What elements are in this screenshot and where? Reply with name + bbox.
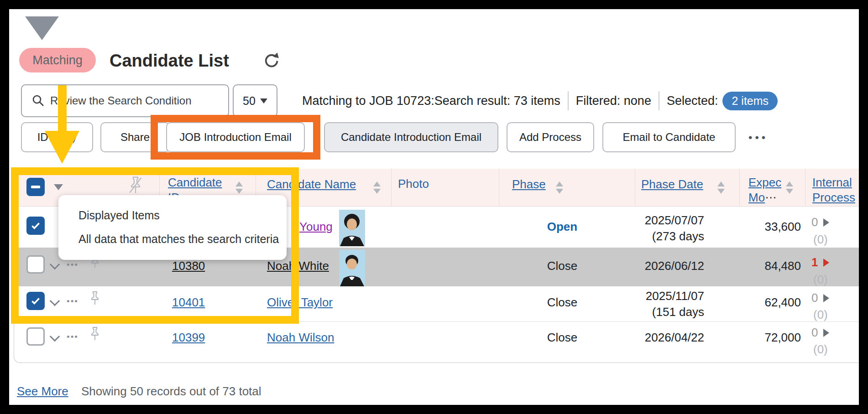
result-status-bar: Matching to JOB 10723:Search result: 73 … bbox=[302, 90, 778, 111]
internal-process-link[interactable]: 0 bbox=[811, 326, 829, 340]
expected-monthly-value: 84,480 bbox=[739, 259, 801, 273]
phase-value: Close bbox=[499, 295, 626, 310]
play-icon bbox=[823, 294, 829, 302]
internal-process-sub: (0) bbox=[813, 273, 828, 287]
sort-icon[interactable] bbox=[717, 181, 725, 194]
candidate-list-page: Matching Candidate List Review the Searc… bbox=[9, 9, 859, 405]
records-summary: Showing 50 records out of 73 total bbox=[81, 384, 261, 398]
column-divider bbox=[635, 169, 635, 206]
row-actions-icon[interactable]: ••• bbox=[67, 332, 78, 342]
email-to-candidate-button[interactable]: Email to Candidate bbox=[602, 122, 736, 152]
candidate-name-link[interactable]: Noah Wilson bbox=[267, 331, 334, 345]
expected-monthly-value: 72,000 bbox=[739, 331, 801, 345]
phase-value: Open bbox=[499, 220, 626, 234]
see-more-link[interactable]: See More bbox=[17, 384, 68, 398]
play-icon bbox=[823, 218, 829, 227]
candidate-photo bbox=[339, 250, 365, 286]
phase-date-value: 2025/07/07 bbox=[635, 213, 704, 228]
more-actions-button[interactable]: ••• bbox=[748, 131, 768, 144]
annotation-highlight-rectangle-orange bbox=[151, 115, 320, 160]
column-header-expected-monthly[interactable]: Expec Mo⋯ bbox=[748, 175, 803, 205]
expected-monthly-value: 33,600 bbox=[739, 220, 801, 234]
phase-date-note: (273 days bbox=[635, 229, 704, 243]
pin-icon[interactable] bbox=[89, 326, 100, 343]
sort-icon[interactable] bbox=[373, 181, 381, 194]
expected-monthly-value: 62,400 bbox=[739, 295, 801, 310]
candidate-id-link[interactable]: 10399 bbox=[172, 331, 205, 345]
cursor-pointer-triangle-icon bbox=[25, 16, 59, 40]
internal-process-sub: (0) bbox=[813, 342, 828, 357]
column-divider bbox=[391, 169, 392, 206]
refresh-icon[interactable] bbox=[263, 52, 279, 70]
play-icon bbox=[823, 259, 829, 267]
column-divider bbox=[805, 169, 805, 206]
filtered-status: Filtered: none bbox=[576, 94, 651, 108]
phase-date-note: (151 days bbox=[635, 305, 704, 319]
selected-label: Selected: bbox=[667, 94, 718, 108]
page-size-value: 50 bbox=[243, 94, 256, 108]
play-icon bbox=[823, 329, 829, 337]
divider bbox=[659, 91, 659, 110]
annotation-arrow-yellow bbox=[58, 85, 67, 132]
row-checkbox[interactable] bbox=[26, 327, 45, 346]
column-header-internal-process[interactable]: Internal Process bbox=[812, 175, 859, 205]
phase-date-value: 2025/11/07 bbox=[635, 289, 704, 303]
column-divider bbox=[739, 169, 740, 206]
selected-count-badge[interactable]: 2 items bbox=[722, 92, 778, 110]
candidate-name-link[interactable]: Young bbox=[299, 220, 333, 234]
internal-process-link[interactable]: 0 bbox=[811, 291, 829, 305]
page-size-select[interactable]: 50 bbox=[233, 84, 277, 117]
phase-date-value: 2026/04/22 bbox=[635, 331, 704, 345]
internal-process-sub: (0) bbox=[813, 308, 828, 322]
divider bbox=[568, 91, 569, 110]
review-search-condition-button[interactable]: Review the Search Condition bbox=[21, 84, 229, 117]
search-result-summary: Matching to JOB 10723:Search result: 73 … bbox=[302, 94, 560, 108]
add-process-button[interactable]: Add Process bbox=[507, 122, 594, 152]
internal-process-link[interactable]: 0 bbox=[811, 215, 829, 229]
screenshot-frame: Matching Candidate List Review the Searc… bbox=[0, 0, 868, 414]
column-header-photo: Photo bbox=[398, 177, 429, 191]
internal-process-link[interactable]: 1 bbox=[811, 255, 829, 269]
candidate-photo bbox=[339, 210, 365, 246]
internal-process-sub: (0) bbox=[813, 233, 828, 247]
sort-icon[interactable] bbox=[786, 181, 793, 194]
candidate-introduction-email-button[interactable]: Candidate Introduction Email bbox=[324, 122, 498, 152]
search-label: Review the Search Condition bbox=[50, 94, 192, 107]
phase-date-value: 2026/06/12 bbox=[635, 259, 704, 273]
sort-icon[interactable] bbox=[556, 181, 563, 194]
column-header-phase-date[interactable]: Phase Date bbox=[641, 177, 703, 192]
search-icon bbox=[32, 94, 45, 107]
annotation-arrowhead-yellow bbox=[45, 131, 79, 164]
annotation-highlight-rectangle-yellow bbox=[11, 167, 299, 324]
matching-badge: Matching bbox=[19, 48, 96, 72]
phase-value: Close bbox=[499, 331, 626, 345]
column-divider bbox=[499, 169, 499, 206]
phase-value: Close bbox=[499, 259, 626, 273]
page-title: Candidate List bbox=[110, 51, 229, 71]
column-header-phase[interactable]: Phase bbox=[512, 177, 546, 192]
chevron-down-icon bbox=[260, 98, 267, 104]
